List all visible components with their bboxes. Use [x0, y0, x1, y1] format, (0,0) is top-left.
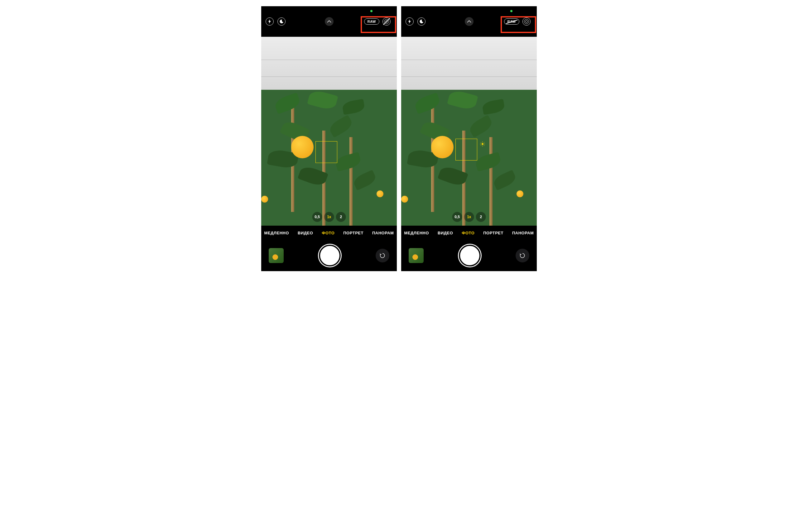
shutter-button[interactable] — [319, 245, 341, 266]
camera-flip-button[interactable] — [376, 249, 390, 262]
top-bar: RAW — [261, 6, 397, 37]
svg-line-5 — [481, 142, 481, 143]
mode-video[interactable]: ВИДЕО — [438, 231, 453, 235]
flash-icon[interactable] — [405, 17, 414, 25]
flash-icon[interactable] — [266, 17, 274, 25]
mode-video[interactable]: ВИДЕО — [298, 231, 313, 235]
last-photo-thumbnail[interactable] — [408, 248, 424, 263]
zoom-main-button[interactable]: 1x — [464, 212, 474, 222]
camera-viewfinder[interactable]: 0,5 1x 2 — [261, 37, 397, 226]
zoom-tele-button[interactable]: 2 — [476, 212, 486, 222]
svg-line-7 — [481, 145, 481, 146]
raw-toggle-button[interactable]: RAW — [364, 18, 379, 25]
mode-slow[interactable]: МЕДЛЕННО — [264, 231, 289, 235]
mode-photo[interactable]: ФОТО — [462, 231, 474, 235]
svg-point-0 — [481, 143, 483, 145]
zoom-main-button[interactable]: 1x — [324, 212, 334, 222]
exposure-sun-icon[interactable] — [480, 141, 485, 147]
mode-pano[interactable]: ПАНОРАМ — [512, 231, 534, 235]
live-photo-icon[interactable] — [382, 17, 391, 25]
focus-indicator — [316, 141, 337, 163]
mode-portrait[interactable]: ПОРТРЕТ — [343, 231, 363, 235]
shutter-button[interactable] — [459, 245, 481, 266]
chevron-up-icon[interactable] — [325, 17, 334, 26]
mode-slow[interactable]: МЕДЛЕННО — [404, 231, 429, 235]
night-mode-icon[interactable] — [417, 17, 425, 25]
mode-selector: МЕДЛЕННО ВИДЕО ФОТО ПОРТРЕТ ПАНОРАМ — [261, 226, 397, 240]
bottom-controls — [261, 240, 397, 271]
camera-flip-button[interactable] — [516, 249, 529, 262]
bottom-controls — [401, 240, 537, 271]
camera-indicator-dot — [510, 10, 512, 12]
phone-screenshot-left: RAW — [261, 6, 397, 271]
zoom-selector: 0,5 1x 2 — [312, 212, 346, 222]
svg-line-8 — [484, 142, 484, 143]
mode-selector: МЕДЛЕННО ВИДЕО ФОТО ПОРТРЕТ ПАНОРАМ — [401, 226, 537, 240]
phone-screenshot-right: RAW — [401, 6, 537, 271]
camera-viewfinder[interactable]: 0,5 1x 2 — [401, 37, 537, 226]
mode-photo[interactable]: ФОТО — [322, 231, 335, 235]
camera-indicator-dot — [370, 10, 373, 12]
zoom-wide-button[interactable]: 0,5 — [452, 212, 462, 222]
zoom-wide-button[interactable]: 0,5 — [312, 212, 322, 222]
mode-pano[interactable]: ПАНОРАМ — [372, 231, 394, 235]
live-photo-icon[interactable] — [522, 17, 531, 25]
focus-indicator — [455, 139, 477, 160]
chevron-up-icon[interactable] — [465, 17, 474, 26]
mode-portrait[interactable]: ПОРТРЕТ — [483, 231, 504, 235]
svg-line-6 — [484, 145, 484, 146]
zoom-selector: 0,5 1x 2 — [452, 212, 486, 222]
top-bar: RAW — [401, 6, 537, 37]
raw-toggle-button[interactable]: RAW — [504, 18, 519, 25]
last-photo-thumbnail[interactable] — [269, 248, 284, 263]
zoom-tele-button[interactable]: 2 — [336, 212, 346, 222]
night-mode-icon[interactable] — [278, 17, 286, 25]
